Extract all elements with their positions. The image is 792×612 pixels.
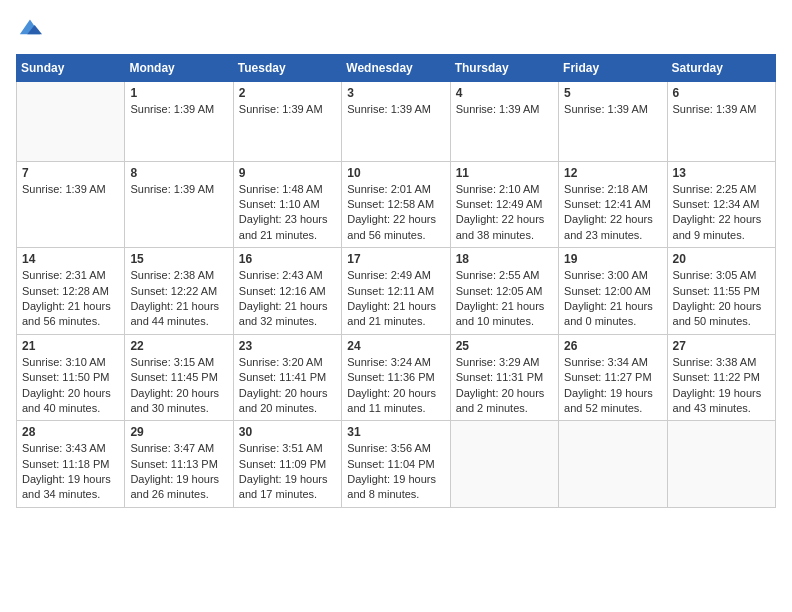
day-number: 19 xyxy=(564,252,661,266)
day-number: 26 xyxy=(564,339,661,353)
weekday-header-wednesday: Wednesday xyxy=(342,54,450,81)
cell-content: Sunrise: 2:25 AM Sunset: 12:34 AM Daylig… xyxy=(673,182,770,244)
calendar-cell: 4Sunrise: 1:39 AM xyxy=(450,81,558,161)
day-number: 22 xyxy=(130,339,227,353)
calendar-table: SundayMondayTuesdayWednesdayThursdayFrid… xyxy=(16,54,776,508)
cell-content: Sunrise: 1:39 AM xyxy=(456,102,553,117)
calendar-cell: 27Sunrise: 3:38 AM Sunset: 11:22 PM Dayl… xyxy=(667,334,775,421)
day-number: 21 xyxy=(22,339,119,353)
day-number: 24 xyxy=(347,339,444,353)
calendar-cell: 26Sunrise: 3:34 AM Sunset: 11:27 PM Dayl… xyxy=(559,334,667,421)
day-number: 29 xyxy=(130,425,227,439)
calendar-cell: 16Sunrise: 2:43 AM Sunset: 12:16 AM Dayl… xyxy=(233,248,341,335)
day-number: 9 xyxy=(239,166,336,180)
cell-content: Sunrise: 1:48 AM Sunset: 1:10 AM Dayligh… xyxy=(239,182,336,244)
day-number: 5 xyxy=(564,86,661,100)
week-row-2: 7Sunrise: 1:39 AM8Sunrise: 1:39 AM9Sunri… xyxy=(17,161,776,248)
calendar-cell: 13Sunrise: 2:25 AM Sunset: 12:34 AM Dayl… xyxy=(667,161,775,248)
cell-content: Sunrise: 3:20 AM Sunset: 11:41 PM Daylig… xyxy=(239,355,336,417)
calendar-cell: 30Sunrise: 3:51 AM Sunset: 11:09 PM Dayl… xyxy=(233,421,341,508)
calendar-cell xyxy=(559,421,667,508)
cell-content: Sunrise: 3:43 AM Sunset: 11:18 PM Daylig… xyxy=(22,441,119,503)
calendar-cell xyxy=(450,421,558,508)
day-number: 1 xyxy=(130,86,227,100)
week-row-5: 28Sunrise: 3:43 AM Sunset: 11:18 PM Dayl… xyxy=(17,421,776,508)
day-number: 2 xyxy=(239,86,336,100)
cell-content: Sunrise: 3:34 AM Sunset: 11:27 PM Daylig… xyxy=(564,355,661,417)
cell-content: Sunrise: 1:39 AM xyxy=(239,102,336,117)
calendar-cell: 23Sunrise: 3:20 AM Sunset: 11:41 PM Dayl… xyxy=(233,334,341,421)
calendar-cell: 8Sunrise: 1:39 AM xyxy=(125,161,233,248)
calendar-cell: 9Sunrise: 1:48 AM Sunset: 1:10 AM Daylig… xyxy=(233,161,341,248)
calendar-cell: 7Sunrise: 1:39 AM xyxy=(17,161,125,248)
calendar-cell: 18Sunrise: 2:55 AM Sunset: 12:05 AM Dayl… xyxy=(450,248,558,335)
calendar-cell: 25Sunrise: 3:29 AM Sunset: 11:31 PM Dayl… xyxy=(450,334,558,421)
calendar-cell xyxy=(17,81,125,161)
day-number: 11 xyxy=(456,166,553,180)
day-number: 3 xyxy=(347,86,444,100)
weekday-header-saturday: Saturday xyxy=(667,54,775,81)
cell-content: Sunrise: 1:39 AM xyxy=(22,182,119,197)
weekday-header-sunday: Sunday xyxy=(17,54,125,81)
day-number: 18 xyxy=(456,252,553,266)
cell-content: Sunrise: 1:39 AM xyxy=(347,102,444,117)
day-number: 17 xyxy=(347,252,444,266)
day-number: 30 xyxy=(239,425,336,439)
cell-content: Sunrise: 1:39 AM xyxy=(673,102,770,117)
calendar-cell: 24Sunrise: 3:24 AM Sunset: 11:36 PM Dayl… xyxy=(342,334,450,421)
logo-text xyxy=(16,16,42,40)
cell-content: Sunrise: 3:00 AM Sunset: 12:00 AM Daylig… xyxy=(564,268,661,330)
weekday-header-friday: Friday xyxy=(559,54,667,81)
day-number: 6 xyxy=(673,86,770,100)
cell-content: Sunrise: 3:10 AM Sunset: 11:50 PM Daylig… xyxy=(22,355,119,417)
week-row-4: 21Sunrise: 3:10 AM Sunset: 11:50 PM Dayl… xyxy=(17,334,776,421)
cell-content: Sunrise: 2:31 AM Sunset: 12:28 AM Daylig… xyxy=(22,268,119,330)
cell-content: Sunrise: 3:24 AM Sunset: 11:36 PM Daylig… xyxy=(347,355,444,417)
cell-content: Sunrise: 2:18 AM Sunset: 12:41 AM Daylig… xyxy=(564,182,661,244)
calendar-cell: 19Sunrise: 3:00 AM Sunset: 12:00 AM Dayl… xyxy=(559,248,667,335)
weekday-header-monday: Monday xyxy=(125,54,233,81)
day-number: 15 xyxy=(130,252,227,266)
cell-content: Sunrise: 2:55 AM Sunset: 12:05 AM Daylig… xyxy=(456,268,553,330)
day-number: 13 xyxy=(673,166,770,180)
calendar-body: 1Sunrise: 1:39 AM2Sunrise: 1:39 AM3Sunri… xyxy=(17,81,776,507)
calendar-cell xyxy=(667,421,775,508)
logo xyxy=(16,16,42,40)
cell-content: Sunrise: 3:15 AM Sunset: 11:45 PM Daylig… xyxy=(130,355,227,417)
cell-content: Sunrise: 3:29 AM Sunset: 11:31 PM Daylig… xyxy=(456,355,553,417)
weekday-header-tuesday: Tuesday xyxy=(233,54,341,81)
calendar-cell: 31Sunrise: 3:56 AM Sunset: 11:04 PM Dayl… xyxy=(342,421,450,508)
calendar-cell: 6Sunrise: 1:39 AM xyxy=(667,81,775,161)
cell-content: Sunrise: 2:49 AM Sunset: 12:11 AM Daylig… xyxy=(347,268,444,330)
day-number: 16 xyxy=(239,252,336,266)
cell-content: Sunrise: 3:47 AM Sunset: 11:13 PM Daylig… xyxy=(130,441,227,503)
day-number: 28 xyxy=(22,425,119,439)
calendar-cell: 10Sunrise: 2:01 AM Sunset: 12:58 AM Dayl… xyxy=(342,161,450,248)
calendar-cell: 11Sunrise: 2:10 AM Sunset: 12:49 AM Dayl… xyxy=(450,161,558,248)
cell-content: Sunrise: 2:38 AM Sunset: 12:22 AM Daylig… xyxy=(130,268,227,330)
day-number: 7 xyxy=(22,166,119,180)
cell-content: Sunrise: 3:56 AM Sunset: 11:04 PM Daylig… xyxy=(347,441,444,503)
day-number: 14 xyxy=(22,252,119,266)
day-number: 25 xyxy=(456,339,553,353)
calendar-cell: 1Sunrise: 1:39 AM xyxy=(125,81,233,161)
calendar-cell: 29Sunrise: 3:47 AM Sunset: 11:13 PM Dayl… xyxy=(125,421,233,508)
day-number: 20 xyxy=(673,252,770,266)
calendar-cell: 5Sunrise: 1:39 AM xyxy=(559,81,667,161)
calendar-cell: 17Sunrise: 2:49 AM Sunset: 12:11 AM Dayl… xyxy=(342,248,450,335)
day-number: 31 xyxy=(347,425,444,439)
weekday-header-row: SundayMondayTuesdayWednesdayThursdayFrid… xyxy=(17,54,776,81)
cell-content: Sunrise: 3:51 AM Sunset: 11:09 PM Daylig… xyxy=(239,441,336,503)
cell-content: Sunrise: 3:38 AM Sunset: 11:22 PM Daylig… xyxy=(673,355,770,417)
calendar-cell: 2Sunrise: 1:39 AM xyxy=(233,81,341,161)
week-row-3: 14Sunrise: 2:31 AM Sunset: 12:28 AM Dayl… xyxy=(17,248,776,335)
week-row-1: 1Sunrise: 1:39 AM2Sunrise: 1:39 AM3Sunri… xyxy=(17,81,776,161)
day-number: 23 xyxy=(239,339,336,353)
cell-content: Sunrise: 3:05 AM Sunset: 11:55 PM Daylig… xyxy=(673,268,770,330)
cell-content: Sunrise: 2:10 AM Sunset: 12:49 AM Daylig… xyxy=(456,182,553,244)
calendar-cell: 28Sunrise: 3:43 AM Sunset: 11:18 PM Dayl… xyxy=(17,421,125,508)
calendar-cell: 21Sunrise: 3:10 AM Sunset: 11:50 PM Dayl… xyxy=(17,334,125,421)
day-number: 12 xyxy=(564,166,661,180)
day-number: 10 xyxy=(347,166,444,180)
cell-content: Sunrise: 2:01 AM Sunset: 12:58 AM Daylig… xyxy=(347,182,444,244)
